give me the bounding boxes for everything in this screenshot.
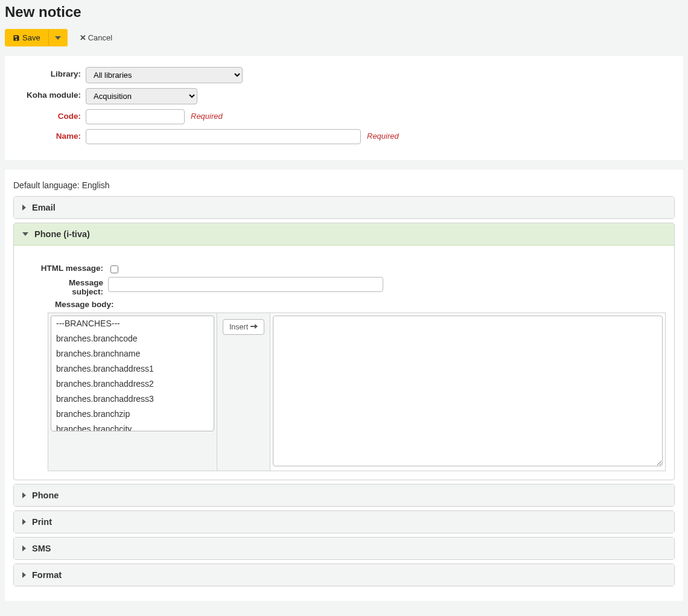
html-message-checkbox[interactable] bbox=[110, 265, 118, 273]
message-panel: Default language: English Email Phone (i… bbox=[5, 170, 683, 601]
field-option[interactable]: branches.branchcode bbox=[51, 331, 214, 346]
arrow-right-icon bbox=[250, 323, 258, 331]
name-label: Name: bbox=[13, 129, 86, 141]
field-option[interactable]: branches.branchaddress2 bbox=[51, 376, 214, 392]
default-language-value: English bbox=[82, 180, 110, 190]
save-button-label: Save bbox=[22, 33, 40, 42]
field-option[interactable]: branches.branchzip bbox=[51, 407, 214, 422]
cancel-button-label: Cancel bbox=[88, 33, 112, 42]
toolbar: Save ✕ Cancel bbox=[0, 29, 688, 56]
section-phone-itiva-title: Phone (i-tiva) bbox=[34, 229, 90, 239]
module-select[interactable]: Acquisition bbox=[86, 88, 197, 104]
section-phone-itiva: Phone (i-tiva) HTML message: Message sub… bbox=[13, 223, 675, 480]
library-select[interactable]: All libraries bbox=[86, 67, 243, 83]
caret-right-icon bbox=[22, 572, 26, 578]
section-phone-itiva-body: HTML message: Message subject: Message b… bbox=[14, 246, 674, 480]
module-label: Koha module: bbox=[13, 88, 86, 100]
caret-down-icon bbox=[22, 232, 28, 236]
section-format-header[interactable]: Format bbox=[14, 564, 674, 586]
section-phone: Phone bbox=[13, 484, 675, 507]
close-icon: ✕ bbox=[80, 33, 86, 42]
save-icon bbox=[13, 34, 20, 42]
section-email-title: Email bbox=[32, 203, 56, 212]
insert-column: Insert bbox=[217, 313, 270, 471]
library-label: Library: bbox=[13, 67, 86, 78]
message-subject-label: Message subject: bbox=[37, 277, 108, 296]
name-required-hint: Required bbox=[367, 129, 399, 141]
caret-right-icon bbox=[22, 545, 26, 551]
section-phone-title: Phone bbox=[32, 491, 59, 500]
cancel-button[interactable]: ✕ Cancel bbox=[75, 30, 117, 46]
section-format-title: Format bbox=[32, 570, 62, 580]
section-print: Print bbox=[13, 510, 675, 533]
section-phone-header[interactable]: Phone bbox=[14, 484, 674, 506]
message-body-textarea[interactable] bbox=[273, 316, 663, 466]
save-button[interactable]: Save bbox=[5, 29, 48, 46]
section-phone-itiva-header[interactable]: Phone (i-tiva) bbox=[14, 223, 674, 246]
body-textarea-column bbox=[270, 313, 665, 471]
caret-right-icon bbox=[22, 205, 26, 211]
save-dropdown-toggle[interactable] bbox=[48, 29, 68, 46]
message-subject-input[interactable] bbox=[108, 277, 383, 292]
insert-button-label: Insert bbox=[229, 323, 248, 331]
field-list[interactable]: ---BRANCHES--- branches.branchcode branc… bbox=[51, 316, 214, 431]
page-title: New notice bbox=[0, 0, 688, 29]
code-input[interactable] bbox=[86, 109, 185, 124]
field-list-column: ---BRANCHES--- branches.branchcode branc… bbox=[48, 313, 217, 471]
caret-right-icon bbox=[22, 519, 26, 525]
insert-button[interactable]: Insert bbox=[223, 319, 264, 335]
section-print-title: Print bbox=[32, 517, 52, 527]
section-sms-header[interactable]: SMS bbox=[14, 538, 674, 559]
name-input[interactable] bbox=[86, 129, 361, 144]
code-required-hint: Required bbox=[191, 109, 223, 121]
field-option[interactable]: ---BRANCHES--- bbox=[51, 316, 214, 331]
section-email-header[interactable]: Email bbox=[14, 197, 674, 218]
caret-down-icon bbox=[55, 36, 61, 40]
section-format: Format bbox=[13, 564, 675, 586]
field-option[interactable]: branches.branchcity bbox=[51, 422, 214, 431]
notice-form-panel: Library: All libraries Koha module: Acqu… bbox=[5, 56, 683, 160]
section-print-header[interactable]: Print bbox=[14, 511, 674, 533]
caret-right-icon bbox=[22, 492, 26, 498]
message-body-editor: ---BRANCHES--- branches.branchcode branc… bbox=[48, 313, 666, 471]
field-option[interactable]: branches.branchaddress3 bbox=[51, 392, 214, 407]
default-language-label: Default language: bbox=[13, 180, 80, 190]
message-body-label: Message body: bbox=[55, 300, 666, 309]
field-option[interactable]: branches.branchaddress1 bbox=[51, 361, 214, 376]
section-sms-title: SMS bbox=[32, 544, 51, 553]
section-email: Email bbox=[13, 196, 675, 219]
field-option[interactable]: branches.branchname bbox=[51, 346, 214, 361]
html-message-label: HTML message: bbox=[37, 262, 108, 273]
code-label: Code: bbox=[13, 109, 86, 121]
section-sms: SMS bbox=[13, 537, 675, 560]
